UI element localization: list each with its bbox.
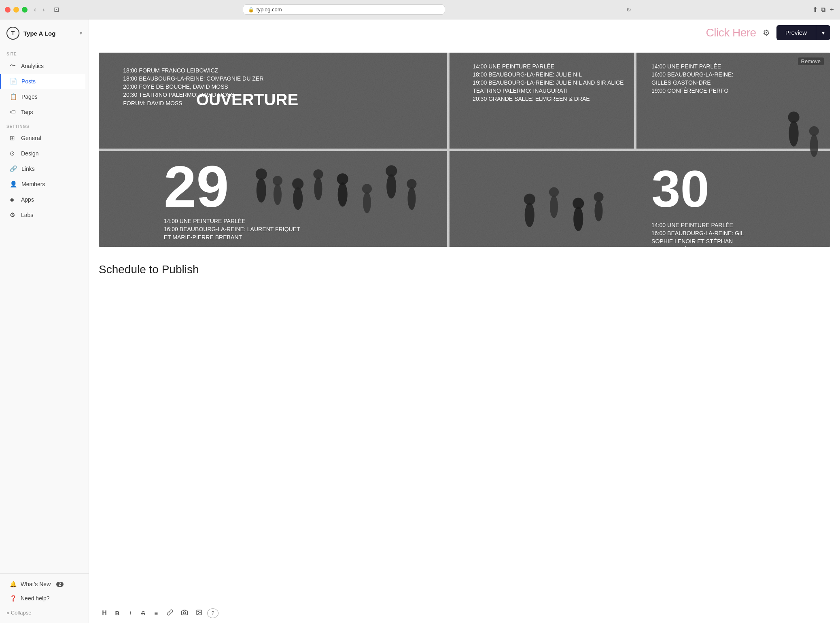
sidebar-item-posts[interactable]: 📄 Posts [0,74,85,89]
sidebar-item-whats-new[interactable]: 🔔 What's New 2 [3,577,85,591]
svg-text:14:00  UNE PEINTURE PARLÉE: 14:00 UNE PEINTURE PARLÉE [651,222,733,228]
svg-text:16:00  BEAUBOURG-LA-REINE: GIL: 16:00 BEAUBOURG-LA-REINE: GIL [651,230,744,236]
refresh-button[interactable]: ↻ [626,6,631,13]
sidebar-item-pages[interactable]: 📋 Pages [3,89,85,104]
photo-button[interactable] [178,607,191,619]
maximize-button[interactable] [22,7,28,13]
analytics-icon: 〜 [10,62,17,70]
list-button[interactable]: ≡ [151,608,162,619]
svg-point-74 [594,192,603,202]
schedule-image: ME 21 18:00 FORUM FRANCO LEIBOWICZ 18:00… [99,53,830,247]
svg-text:14:00  UNE PEINTURE PARLÉE: 14:00 UNE PEINTURE PARLÉE [164,218,246,224]
remove-label[interactable]: Remove [798,57,824,65]
topbar: Click Here ⚙ Preview ▾ [89,19,840,46]
chevron-down-icon: ▾ [822,30,825,36]
link-icon [167,609,173,616]
lock-icon: 🔒 [248,7,254,13]
nav-buttons: ‹ › [32,5,47,14]
image-button[interactable] [193,607,206,619]
sidebar-item-analytics[interactable]: 〜 Analytics [3,58,85,73]
link-button[interactable] [163,607,176,619]
close-button[interactable] [5,7,11,13]
topbar-settings-button[interactable]: ⚙ [761,26,772,39]
chevron-down-icon: ▾ [80,30,82,36]
bell-icon: 🔔 [10,581,17,587]
svg-text:16:00  BEAUBOURG-LA-REINE:: 16:00 BEAUBOURG-LA-REINE: [651,71,733,78]
sidebar-item-links[interactable]: 🔗 Links [3,162,85,176]
post-title[interactable]: Schedule to Publish [99,263,830,276]
svg-text:5: 5 [416,235,448,247]
svg-text:19:00  CONFÉRENCE-PERFORMAN: 19:00 CONFÉRENCE-PERFORMAN [651,246,745,247]
svg-point-51 [257,178,266,202]
sidebar-item-design[interactable]: ⊙ Design [3,146,85,161]
collapse-button[interactable]: « Collapse [0,606,89,620]
address-bar[interactable]: 🔒 typlog.com [243,4,445,15]
svg-text:14:00  UNE PEINT PARLÉE: 14:00 UNE PEINT PARLÉE [651,63,721,70]
svg-point-60 [337,173,348,185]
svg-text:OUVERTURE: OUVERTURE [196,91,298,109]
gear-icon: ⚙ [763,28,770,37]
post-content: Schedule to Publish [89,253,840,291]
sidebar-item-tags[interactable]: 🏷 Tags [3,105,85,119]
sidebar-label-pages: Pages [21,94,38,100]
svg-point-56 [292,178,303,189]
sidebar-label-general: General [21,135,41,141]
strikethrough-button[interactable]: S [138,608,149,619]
back-button[interactable]: ‹ [32,5,38,14]
svg-point-91 [809,126,819,136]
svg-text:21: 21 [123,53,181,63]
sidebar-item-apps[interactable]: ◈ Apps [3,192,85,207]
svg-text:ET MARIE-PIERRE BREBANT: ET MARIE-PIERRE BREBANT [164,234,242,240]
heading-button[interactable]: H [99,608,110,619]
main-content: Click Here ⚙ Preview ▾ [89,19,840,623]
settings-section-label: SETTINGS [0,119,89,130]
whats-new-label: What's New [21,581,51,587]
preview-button[interactable]: Preview [776,25,816,40]
svg-point-73 [594,200,602,221]
sidebar-item-members[interactable]: 👤 Members [3,177,85,191]
click-here-button[interactable]: Click Here [706,26,756,39]
svg-point-52 [256,168,267,180]
browser-actions: ⬆ ⧉ ＋ [812,5,835,14]
app-name: Type A Log [23,30,55,37]
sidebar-label-apps: Apps [21,196,34,203]
sidebar-label-tags: Tags [21,109,33,115]
svg-text:22: 22 [473,53,530,59]
sidebar-item-need-help[interactable]: ❓ Need help? [3,591,85,605]
traffic-lights [5,7,28,13]
svg-point-58 [313,169,323,179]
sidebar-item-general[interactable]: ⊞ General [3,131,85,145]
svg-point-61 [363,192,371,213]
forward-button[interactable]: › [40,5,47,14]
svg-point-66 [407,179,416,189]
svg-point-88 [789,121,799,147]
hero-image: ME 21 18:00 FORUM FRANCO LEIBOWICZ 18:00… [99,53,830,247]
help-button[interactable]: ? [207,608,218,618]
labs-icon: ⚙ [10,211,17,219]
svg-text:GILLES GASTON-DRE: GILLES GASTON-DRE [651,79,711,86]
new-tab-button[interactable]: ⧉ [821,5,825,14]
sidebar-toggle-button[interactable]: ⊡ [51,5,62,14]
help-circle-icon: ❓ [10,595,17,602]
sidebar-header[interactable]: T Type A Log ▾ [0,19,89,47]
sidebar-item-labs[interactable]: ⚙ Labs [3,208,85,222]
tags-icon: 🏷 [10,108,17,115]
minimize-button[interactable] [13,7,19,13]
extensions-button[interactable]: ＋ [829,5,835,14]
preview-dropdown-button[interactable]: ▾ [816,25,830,40]
svg-text:18:00  BEAUBOURG-LA-REINE: COM: 18:00 BEAUBOURG-LA-REINE: COMPAGNIE DU Z… [123,75,263,82]
svg-text:19:00  CONFÉRENCE-PERFO: 19:00 CONFÉRENCE-PERFO [651,87,729,94]
bold-button[interactable]: B [112,608,123,619]
browser-chrome: ‹ › ⊡ 🔒 typlog.com ↻ ⬆ ⧉ ＋ [0,0,840,19]
svg-text:SOPHIE LENOIR ET STÉPHAN: SOPHIE LENOIR ET STÉPHAN [651,238,733,245]
svg-point-65 [407,187,416,210]
sidebar: T Type A Log ▾ SITE 〜 Analytics 📄 Posts … [0,19,89,623]
svg-text:30: 30 [651,160,709,218]
svg-point-67 [525,203,535,227]
share-button[interactable]: ⬆ [812,5,818,14]
svg-text:29: 29 [164,154,229,219]
svg-point-70 [549,187,559,197]
svg-point-90 [810,134,818,157]
svg-point-72 [573,198,584,209]
italic-button[interactable]: I [125,608,136,619]
